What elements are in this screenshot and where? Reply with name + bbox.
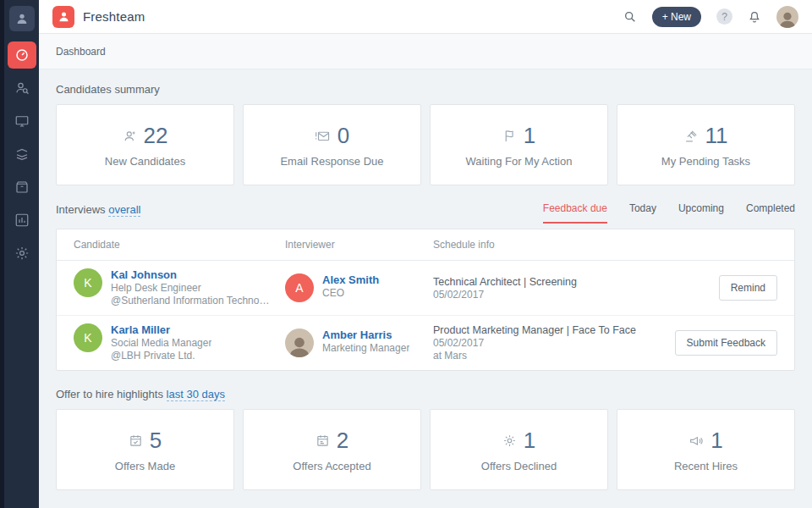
schedule-cell: Technical Architect | Screening 05/02/20… xyxy=(433,275,667,301)
card-label: Offers Made xyxy=(115,460,175,472)
card-offers-accepted[interactable]: 2 Offers Accepted xyxy=(243,409,421,490)
column-candidate: Candidate xyxy=(74,229,285,260)
card-email-response-due[interactable]: 0 Email Response Due xyxy=(243,104,421,185)
dashboard-icon xyxy=(14,47,30,63)
card-value: 22 xyxy=(144,123,168,149)
interviewer-cell: Amber Harris Marketing Manager xyxy=(285,329,433,357)
candidate-cell: K Karla Miller Social Media Manager @LBH… xyxy=(74,323,285,362)
interviews-title-text: Interviews xyxy=(56,203,106,216)
candidates-summary-cards: 22 New Candidates 0 Email Response Due xyxy=(56,104,795,185)
interviews-table: Candidate Interviewer Schedule info K Ka… xyxy=(56,229,795,371)
card-offers-made[interactable]: 5 Offers Made xyxy=(56,409,234,490)
card-value: 1 xyxy=(524,428,535,454)
help-button[interactable]: ? xyxy=(716,8,732,25)
interviewer-avatar: A xyxy=(285,273,314,302)
candidate-name-link[interactable]: Karla Miller xyxy=(111,323,211,337)
archive-box-icon xyxy=(14,179,30,195)
gear-flower-icon xyxy=(502,433,517,448)
interviewer-name-link[interactable]: Amber Harris xyxy=(322,329,409,342)
gear-icon xyxy=(14,246,30,261)
sidebar-item-reports[interactable] xyxy=(8,207,36,234)
card-label: Waiting For My Action xyxy=(466,155,573,168)
column-schedule-info: Schedule info xyxy=(433,229,667,260)
card-label: Offers Declined xyxy=(481,460,557,472)
card-offers-declined[interactable]: 1 Offers Declined xyxy=(430,409,608,490)
flag-icon xyxy=(502,129,517,143)
sidebar-item-screen-share[interactable] xyxy=(8,108,36,135)
calendar-icon xyxy=(315,433,330,448)
card-value: 1 xyxy=(710,428,722,454)
card-label: Email Response Due xyxy=(280,155,383,168)
bar-chart-icon xyxy=(14,213,30,228)
offer-highlights-filter-link[interactable]: last 30 days xyxy=(167,388,225,401)
card-new-candidates[interactable]: 22 New Candidates xyxy=(56,104,234,185)
card-value: 1 xyxy=(524,123,535,149)
interviewer-avatar-photo xyxy=(285,329,314,357)
sidebar-item-onboarding[interactable] xyxy=(8,141,36,168)
schedule-cell: Product Marketing Manager | Face To Face… xyxy=(433,323,667,362)
column-interviewer: Interviewer xyxy=(285,229,433,260)
table-row: K Kal Johnson Help Desk Engineer @Suther… xyxy=(57,261,794,316)
breadcrumb-bar: Dashboard xyxy=(39,34,812,69)
sidebar-item-settings[interactable] xyxy=(8,240,36,267)
remind-button[interactable]: Remind xyxy=(719,275,777,301)
candidate-role: Help Desk Engineer xyxy=(111,282,272,295)
breadcrumb[interactable]: Dashboard xyxy=(56,46,106,58)
new-button[interactable]: + New xyxy=(652,7,701,27)
candidate-name-link[interactable]: Kal Johnson xyxy=(111,268,272,282)
calendar-check-icon xyxy=(129,433,143,448)
freshteam-logo-icon xyxy=(52,6,74,28)
sidebar-item-candidates[interactable] xyxy=(8,75,36,102)
interviews-tabs: Feedback due Today Upcoming Completed xyxy=(543,202,795,224)
card-value: 11 xyxy=(705,123,728,149)
offer-highlights-cards: 5 Offers Made 2 Offers Accepted xyxy=(56,409,795,490)
user-search-icon xyxy=(14,80,30,96)
interviews-filter-link[interactable]: overall xyxy=(108,203,140,217)
card-label: New Candidates xyxy=(105,155,185,168)
schedule-position: Product Marketing Manager | Face To Face xyxy=(433,323,667,337)
app-title: Freshteam xyxy=(83,9,145,24)
interviewer-name-link[interactable]: Alex Smith xyxy=(322,273,379,287)
layers-icon xyxy=(14,146,30,162)
card-my-pending-tasks[interactable]: 11 My Pending Tasks xyxy=(617,104,795,185)
app-window: Freshteam + New ? Dashboard Can xyxy=(0,0,812,508)
interviewer-role: Marketing Manager xyxy=(322,342,409,355)
candidate-cell: K Kal Johnson Help Desk Engineer @Suther… xyxy=(74,268,285,307)
offer-highlights-title: Offer to hire highlights last 30 days xyxy=(56,388,795,400)
user-avatar[interactable] xyxy=(776,6,798,28)
card-value: 0 xyxy=(337,123,349,149)
schedule-position: Technical Architect | Screening xyxy=(433,275,667,289)
card-value: 2 xyxy=(337,428,348,454)
envelope-alert-icon xyxy=(315,129,331,143)
card-label: My Pending Tasks xyxy=(661,155,750,168)
table-row: K Karla Miller Social Media Manager @LBH… xyxy=(57,316,794,370)
megaphone-icon xyxy=(689,433,704,448)
candidate-company: @Sutherland Information Technolo... xyxy=(111,295,272,307)
candidate-avatar: K xyxy=(74,323,102,352)
tab-feedback-due[interactable]: Feedback due xyxy=(543,202,607,224)
sidebar-item-dashboard[interactable] xyxy=(8,41,36,69)
tab-today[interactable]: Today xyxy=(629,202,656,224)
card-recent-hires[interactable]: 1 Recent Hires xyxy=(617,409,795,490)
user-plus-icon xyxy=(123,129,137,143)
top-actions: + New ? xyxy=(623,6,798,28)
candidates-summary-title: Candidates summary xyxy=(56,83,795,96)
tab-completed[interactable]: Completed xyxy=(746,202,795,224)
search-icon[interactable] xyxy=(623,10,637,24)
card-label: Recent Hires xyxy=(674,460,738,472)
card-waiting-for-my-action[interactable]: 1 Waiting For My Action xyxy=(430,104,608,185)
submit-feedback-button[interactable]: Submit Feedback xyxy=(675,330,777,356)
top-bar: Freshteam + New ? xyxy=(39,0,812,34)
org-avatar-icon[interactable] xyxy=(9,6,35,31)
candidate-company: @LBH Private Ltd. xyxy=(111,350,211,362)
tab-upcoming[interactable]: Upcoming xyxy=(678,202,724,224)
candidate-role: Social Media Manager xyxy=(111,337,211,350)
candidate-avatar: K xyxy=(74,268,102,297)
brand: Freshteam xyxy=(52,6,145,28)
sidebar xyxy=(0,0,39,508)
bell-icon[interactable] xyxy=(748,10,761,24)
schedule-date: 05/02/2017 xyxy=(433,289,667,301)
sidebar-item-employee-directory[interactable] xyxy=(8,174,36,201)
schedule-date: 05/02/2017 xyxy=(433,337,667,350)
interviewer-cell: A Alex Smith CEO xyxy=(285,273,433,302)
